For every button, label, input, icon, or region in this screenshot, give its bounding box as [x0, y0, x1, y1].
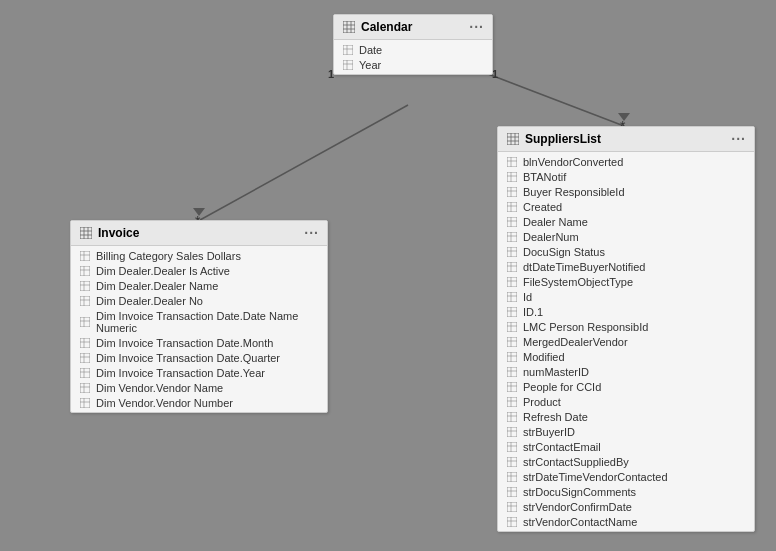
svg-rect-83 [507, 307, 517, 317]
table-row: Refresh Date [498, 409, 754, 424]
svg-rect-68 [507, 232, 517, 242]
field-icon [506, 276, 518, 288]
svg-rect-116 [507, 472, 517, 482]
field-icon [506, 426, 518, 438]
svg-rect-53 [507, 157, 517, 167]
calendar-table-icon [342, 20, 356, 34]
supplierslist-table-icon [506, 132, 520, 146]
table-row: blnVendorConverted [498, 154, 754, 169]
invoice-table-menu[interactable]: ··· [304, 225, 319, 241]
field-icon [506, 456, 518, 468]
supplierslist-table-title: SuppliersList [525, 132, 601, 146]
table-row: Dim Invoice Transaction Date.Year [71, 365, 327, 380]
field-icon [506, 336, 518, 348]
svg-rect-71 [507, 247, 517, 257]
svg-rect-80 [507, 292, 517, 302]
svg-rect-107 [507, 427, 517, 437]
table-row: Dim Vendor.Vendor Name [71, 380, 327, 395]
table-row: LMC Person ResponsibId [498, 319, 754, 334]
table-row: dtDateTimeBuyerNotified [498, 259, 754, 274]
field-icon [506, 186, 518, 198]
invoice-table-header[interactable]: Invoice ··· [71, 221, 327, 246]
table-row: Dim Invoice Transaction Date.Month [71, 335, 327, 350]
field-icon [506, 351, 518, 363]
field-icon [506, 156, 518, 168]
table-row: Product [498, 394, 754, 409]
field-icon [506, 261, 518, 273]
field-icon [506, 231, 518, 243]
svg-rect-119 [507, 487, 517, 497]
table-row: FileSystemObjectType [498, 274, 754, 289]
svg-line-1 [483, 72, 624, 126]
svg-rect-110 [507, 442, 517, 452]
field-icon [506, 471, 518, 483]
invoice-table-body: Billing Category Sales Dollars Dim Deale… [71, 246, 327, 412]
svg-rect-56 [507, 172, 517, 182]
calendar-table: Calendar ··· Date [333, 14, 493, 75]
diagram-canvas: 1 * 1 * Calendar ··· [0, 0, 776, 551]
table-row: strDateTimeVendorContacted [498, 469, 754, 484]
table-row: Date [334, 42, 492, 57]
svg-rect-92 [507, 352, 517, 362]
svg-rect-77 [507, 277, 517, 287]
svg-rect-24 [80, 281, 90, 291]
table-row: ID.1 [498, 304, 754, 319]
table-row: numMasterID [498, 364, 754, 379]
svg-rect-122 [507, 502, 517, 512]
table-row: BTANotif [498, 169, 754, 184]
table-row: Dim Invoice Transaction Date.Date Name N… [71, 308, 327, 335]
table-row: Id [498, 289, 754, 304]
table-row: strBuyerID [498, 424, 754, 439]
svg-rect-27 [80, 296, 90, 306]
supplierslist-table-menu[interactable]: ··· [731, 131, 746, 147]
field-icon [506, 396, 518, 408]
field-icon [342, 59, 354, 71]
field-icon [342, 44, 354, 56]
table-row: strVendorContactName [498, 514, 754, 529]
calendar-table-header[interactable]: Calendar ··· [334, 15, 492, 40]
svg-rect-98 [507, 382, 517, 392]
invoice-table: Invoice ··· Billing Category Sales Dolla… [70, 220, 328, 413]
field-icon [506, 486, 518, 498]
table-row: DealerNum [498, 229, 754, 244]
field-icon [79, 295, 91, 307]
field-icon [79, 352, 91, 364]
field-icon [506, 411, 518, 423]
svg-rect-21 [80, 266, 90, 276]
table-row: Modified [498, 349, 754, 364]
invoice-table-title: Invoice [98, 226, 139, 240]
svg-rect-33 [80, 338, 90, 348]
calendar-table-title: Calendar [361, 20, 412, 34]
table-row: Dealer Name [498, 214, 754, 229]
invoice-table-icon [79, 226, 93, 240]
calendar-table-body: Date Year [334, 40, 492, 74]
svg-rect-7 [343, 45, 353, 55]
calendar-table-menu[interactable]: ··· [469, 19, 484, 35]
table-row: Dim Dealer.Dealer No [71, 293, 327, 308]
supplierslist-table-body: blnVendorConverted BTANotif Buyer Respon… [498, 152, 754, 531]
svg-rect-36 [80, 353, 90, 363]
svg-rect-42 [80, 383, 90, 393]
svg-rect-10 [343, 60, 353, 70]
svg-rect-125 [507, 517, 517, 527]
field-icon [506, 381, 518, 393]
svg-rect-95 [507, 367, 517, 377]
table-row: strDocuSignComments [498, 484, 754, 499]
field-icon [506, 291, 518, 303]
table-row: Created [498, 199, 754, 214]
table-row: Dim Vendor.Vendor Number [71, 395, 327, 410]
supplierslist-table-header[interactable]: SuppliersList ··· [498, 127, 754, 152]
field-icon [79, 250, 91, 262]
field-icon [506, 246, 518, 258]
table-row: Dim Dealer.Dealer Name [71, 278, 327, 293]
svg-rect-62 [507, 202, 517, 212]
table-row: Billing Category Sales Dollars [71, 248, 327, 263]
svg-rect-101 [507, 397, 517, 407]
svg-rect-13 [80, 227, 92, 239]
svg-rect-39 [80, 368, 90, 378]
field-icon [506, 321, 518, 333]
svg-line-0 [200, 105, 408, 220]
svg-rect-2 [343, 21, 355, 33]
field-icon [506, 171, 518, 183]
svg-rect-104 [507, 412, 517, 422]
